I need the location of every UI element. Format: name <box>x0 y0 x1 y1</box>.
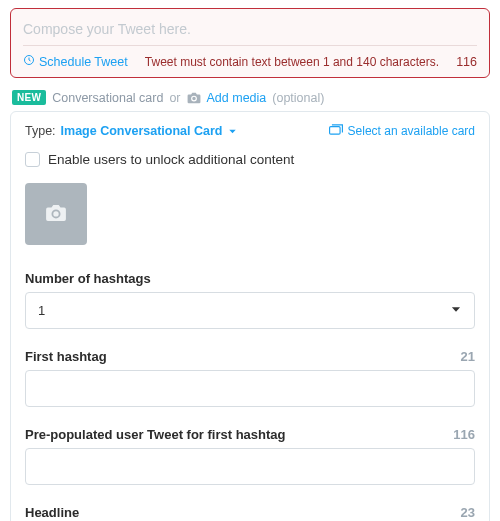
number-of-hashtags-label: Number of hashtags <box>25 271 475 286</box>
media-options-row: NEW Conversational card or Add media (op… <box>0 90 500 111</box>
headline-counter: 23 <box>461 505 475 520</box>
select-card-label: Select an available card <box>348 124 475 138</box>
compose-footer: Schedule Tweet Tweet must contain text b… <box>23 45 477 69</box>
schedule-tweet-link[interactable]: Schedule Tweet <box>23 54 128 69</box>
card-type-selector[interactable]: Type: Image Conversational Card <box>25 124 238 138</box>
prepop-label-row: Pre-populated user Tweet for first hasht… <box>25 427 475 442</box>
prepop-label: Pre-populated user Tweet for first hasht… <box>25 427 286 442</box>
add-media-link[interactable]: Add media <box>207 91 267 105</box>
conversational-card-panel: Type: Image Conversational Card Select a… <box>10 111 490 521</box>
svg-rect-1 <box>329 127 340 135</box>
chevron-down-icon <box>227 126 238 137</box>
clock-icon <box>23 54 35 69</box>
camera-icon <box>45 204 67 225</box>
camera-icon <box>187 92 201 104</box>
prepop-input[interactable] <box>25 448 475 485</box>
enable-unlock-label: Enable users to unlock additional conten… <box>48 152 294 167</box>
first-hashtag-counter: 21 <box>461 349 475 364</box>
number-of-hashtags-select[interactable] <box>25 292 475 329</box>
number-of-hashtags-field-wrap <box>25 292 475 329</box>
first-hashtag-input[interactable] <box>25 370 475 407</box>
compose-input[interactable] <box>23 19 477 43</box>
select-available-card-link[interactable]: Select an available card <box>329 124 475 138</box>
new-badge: NEW <box>12 90 46 105</box>
prepop-counter: 116 <box>453 427 475 442</box>
or-text: or <box>169 91 180 105</box>
conversational-card-label: Conversational card <box>52 91 163 105</box>
enable-unlock-checkbox[interactable] <box>25 152 40 167</box>
optional-text: (optional) <box>272 91 324 105</box>
compose-card: Schedule Tweet Tweet must contain text b… <box>10 8 490 78</box>
first-hashtag-label: First hashtag <box>25 349 107 364</box>
card-top-row: Type: Image Conversational Card Select a… <box>25 124 475 138</box>
type-label: Type: <box>25 124 56 138</box>
cards-icon <box>329 124 343 138</box>
enable-unlock-row: Enable users to unlock additional conten… <box>25 152 475 167</box>
headline-label-row: Headline 23 <box>25 505 475 520</box>
compose-char-count: 116 <box>453 55 477 69</box>
compose-error-text: Tweet must contain text between 1 and 14… <box>145 55 439 69</box>
first-hashtag-label-row: First hashtag 21 <box>25 349 475 364</box>
schedule-tweet-label: Schedule Tweet <box>39 55 128 69</box>
headline-label: Headline <box>25 505 79 520</box>
type-value: Image Conversational Card <box>61 124 223 138</box>
image-upload-thumbnail[interactable] <box>25 183 87 245</box>
